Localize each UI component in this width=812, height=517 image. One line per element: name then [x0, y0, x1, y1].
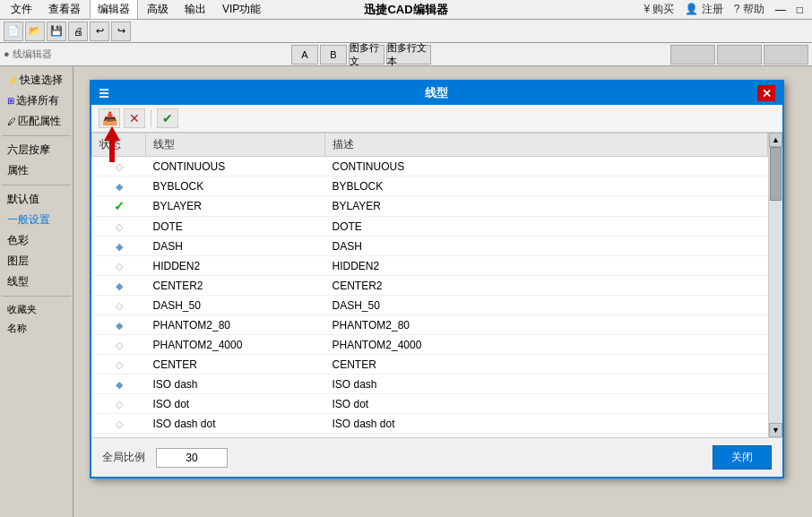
table-row[interactable]: ◆ISO dashISO dash	[92, 375, 768, 394]
left-panel-general[interactable]: 一般设置	[2, 210, 71, 230]
arrow-stem	[109, 141, 115, 162]
toolbar-btn-print[interactable]: 🖨	[68, 22, 88, 41]
left-panel-quick-select[interactable]: ⚡ 快速选择	[2, 70, 71, 90]
dialog-toolbar: 📥 ✕ ✔	[91, 105, 782, 133]
row-name-cell: PHANTOM2_4000	[146, 335, 325, 355]
menu-item-advanced[interactable]: 高级	[140, 0, 176, 19]
delete-linetype-button[interactable]: ✕	[124, 108, 145, 128]
empty-status: ◇	[116, 340, 123, 350]
empty-status: ◇	[116, 359, 123, 370]
row-name-cell: CENTER2	[146, 276, 325, 296]
load-icon: 📥	[102, 111, 117, 125]
menu-bar: 文件 查看器 编辑器 高级 输出 VIP功能 迅捷CAD编辑器 ¥ 购买 👤 注…	[0, 0, 812, 20]
row-desc-cell: ISO dash	[325, 375, 768, 394]
left-panel-6layer[interactable]: 六层按摩	[2, 140, 71, 160]
left-panel-select-all[interactable]: ⊞ 选择所有	[2, 90, 71, 111]
row-desc-cell: PHANTOM2_80	[325, 315, 768, 335]
toolbar-divider	[151, 109, 151, 127]
toolbar-btn-f[interactable]	[717, 45, 762, 65]
toolbar-btn-undo[interactable]: ↩	[90, 22, 109, 41]
col-header-name: 线型	[146, 134, 325, 157]
menu-item-vip[interactable]: VIP功能	[215, 0, 268, 19]
toolbar-btn-redo[interactable]: ↪	[111, 22, 131, 41]
row-name-cell: ISO dash dot	[146, 414, 325, 434]
toolbar-btn-e[interactable]	[670, 45, 715, 65]
toolbar-btn-b[interactable]: B	[320, 45, 347, 65]
row-status-cell: ◆	[92, 177, 146, 196]
table-row[interactable]: ◇CONTINUOUSCONTINUOUS	[92, 157, 768, 177]
delete-icon: ✕	[129, 111, 140, 125]
dialog-footer: 全局比例 关闭	[91, 437, 782, 477]
empty-status: ◇	[116, 399, 123, 409]
row-desc-cell: CONTINUOUS	[325, 157, 768, 177]
table-row[interactable]: ◇DOTEDOTE	[92, 217, 768, 237]
left-panel-match-attr[interactable]: 🖊 匹配属性	[2, 111, 71, 132]
empty-status: ◇	[116, 300, 123, 311]
scrollbar-down-button[interactable]: ▼	[769, 423, 782, 437]
table-row[interactable]: ✓BYLAYERBYLAYER	[92, 196, 768, 217]
table-row[interactable]: ◇CENTERCENTER	[92, 355, 768, 375]
row-status-cell: ◇	[92, 296, 146, 315]
left-panel-name[interactable]: 名称	[2, 319, 71, 338]
row-desc-cell: DASH	[325, 237, 768, 256]
left-panel-default[interactable]: 默认值	[2, 189, 71, 210]
row-desc-cell: ISO dash dot	[325, 414, 768, 434]
row-name-cell: ISO dot	[146, 394, 325, 414]
minimize-btn[interactable]: —	[775, 4, 786, 16]
table-row[interactable]: ◇ISO dash dotISO dash dot	[92, 414, 768, 434]
left-panel-layer[interactable]: 图层	[2, 251, 71, 271]
load-linetype-button[interactable]: 📥	[99, 108, 120, 128]
table-row[interactable]: ◇HIDDEN2HIDDEN2	[92, 256, 768, 276]
menu-item-file[interactable]: 文件	[4, 0, 39, 19]
empty-status: ◇	[116, 261, 123, 271]
diamond-icon: ◆	[116, 379, 123, 390]
toolbar-btn-new[interactable]: 📄	[4, 22, 23, 41]
diamond-icon: ◆	[116, 280, 123, 291]
toolbar-btn-g[interactable]	[764, 45, 808, 65]
toolbar-btn-save[interactable]: 💾	[47, 22, 66, 41]
table-row[interactable]: ◆PHANTOM2_80PHANTOM2_80	[92, 315, 768, 335]
linetype-dialog: ☰ 线型 ✕ 📥 ✕ ✔ 状态 线型 描	[90, 80, 784, 478]
linetype-table: 状态 线型 描述 ◇CONTINUOUSCONTINUOUS◆BYBLOCKBY…	[91, 133, 768, 434]
row-status-cell: ◆	[92, 375, 146, 394]
close-dialog-button[interactable]: 关闭	[713, 445, 772, 470]
toolbar-btn-c[interactable]: 图多行文	[349, 45, 384, 65]
global-scale-input[interactable]	[156, 448, 228, 468]
row-desc-cell: CENTER2	[325, 276, 768, 296]
app-title: 迅捷CAD编辑器	[364, 2, 447, 18]
table-row[interactable]: ◆DASHDASH	[92, 237, 768, 256]
dialog-close-button[interactable]: ✕	[757, 85, 775, 101]
table-row[interactable]: ◆CENTER2CENTER2	[92, 276, 768, 296]
menu-item-viewer[interactable]: 查看器	[41, 0, 88, 19]
row-desc-cell: HIDDEN2	[325, 256, 768, 276]
toolbar-btn-open[interactable]: 📂	[25, 22, 45, 41]
left-panel-favorites[interactable]: 收藏夹	[2, 300, 71, 319]
table-row[interactable]: ◇PHANTOM2_4000PHANTOM2_4000	[92, 335, 768, 355]
toolbar-row1: 📄 📂 💾 🖨 ↩ ↪	[0, 20, 812, 43]
row-desc-cell: DOTE	[325, 217, 768, 237]
scrollbar-track[interactable]: ▲ ▼	[768, 133, 782, 437]
scrollbar-thumb[interactable]	[770, 147, 782, 201]
table-container: 状态 线型 描述 ◇CONTINUOUSCONTINUOUS◆BYBLOCKBY…	[91, 133, 782, 437]
scrollbar-up-button[interactable]: ▲	[769, 133, 782, 147]
table-row[interactable]: ◇ISO dotISO dot	[92, 394, 768, 414]
left-panel-linetype[interactable]: 线型	[2, 271, 71, 292]
empty-status: ◇	[116, 418, 123, 429]
annotation-arrow	[104, 126, 120, 162]
register-link[interactable]: 👤 注册	[685, 2, 722, 17]
buy-link[interactable]: ¥ 购买	[644, 2, 674, 17]
toolbar-btn-a[interactable]: A	[291, 45, 318, 65]
table-row[interactable]: ◇DASH_50DASH_50	[92, 296, 768, 315]
menu-item-output[interactable]: 输出	[177, 0, 213, 19]
row-status-cell: ◇	[92, 394, 146, 414]
left-panel-attr[interactable]: 属性	[2, 160, 71, 181]
menu-item-editor[interactable]: 编辑器	[90, 0, 138, 20]
maximize-btn[interactable]: □	[797, 4, 803, 16]
toolbar-btn-d[interactable]: 图多行文本	[386, 45, 431, 65]
diamond-icon: ◆	[116, 320, 123, 331]
table-wrapper[interactable]: 状态 线型 描述 ◇CONTINUOUSCONTINUOUS◆BYBLOCKBY…	[91, 133, 768, 437]
left-panel-color[interactable]: 色彩	[2, 230, 71, 251]
table-row[interactable]: ◆BYBLOCKBYBLOCK	[92, 177, 768, 196]
apply-button[interactable]: ✔	[157, 108, 178, 128]
help-link[interactable]: ? 帮助	[734, 2, 764, 17]
